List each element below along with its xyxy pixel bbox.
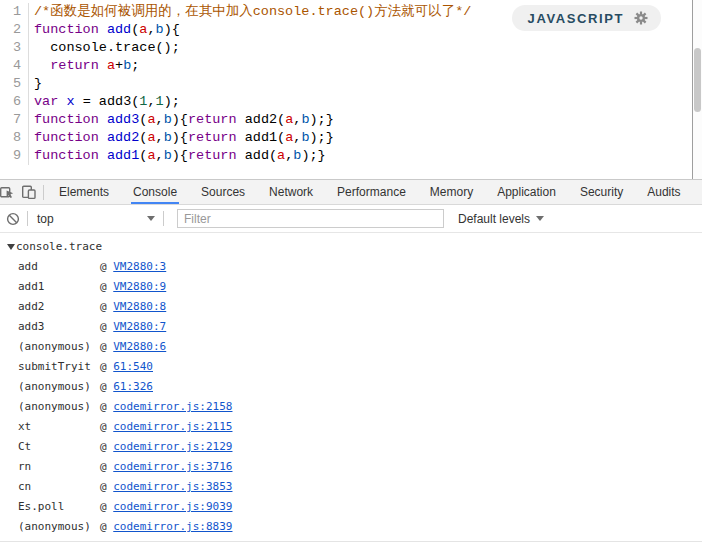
function-name: submitTryit [18, 357, 100, 377]
code-token: add( [237, 148, 278, 163]
source-link[interactable]: codemirror.js:9039 [113, 497, 232, 517]
source-link[interactable]: codemirror.js:8839 [113, 517, 232, 537]
gear-icon[interactable] [633, 10, 649, 26]
code-token: a [277, 148, 285, 163]
console-toolbar: top Default levels [0, 205, 702, 233]
filter-input[interactable] [177, 209, 444, 228]
editor-scrollbar[interactable] [692, 0, 702, 179]
tab-console[interactable]: Console [125, 180, 185, 204]
tab-audits[interactable]: Audits [639, 180, 688, 204]
tab-security[interactable]: Security [572, 180, 631, 204]
code-editor[interactable]: 123456789 /*函数是如何被调用的，在其中加入console.trace… [0, 0, 702, 179]
stack-frames: add@ VM2880:3add1@ VM2880:9add2@ VM2880:… [0, 257, 702, 537]
line-number: 7 [0, 111, 21, 129]
tab-sources[interactable]: Sources [193, 180, 253, 204]
language-badge: JAVASCRIPT [512, 5, 661, 31]
code-line: } [34, 75, 471, 93]
function-name: (anonymous) [18, 397, 100, 417]
code-token: b [164, 112, 172, 127]
code-token: );} [301, 148, 325, 163]
source-link[interactable]: VM2880:8 [113, 297, 166, 317]
function-name: add2 [18, 297, 100, 317]
tab-performance[interactable]: Performance [329, 180, 414, 204]
tab-elements[interactable]: Elements [51, 180, 117, 204]
code-token: ){ [172, 112, 188, 127]
inspect-element-icon [0, 184, 15, 200]
line-number: 8 [0, 129, 21, 147]
scrollbar-thumb[interactable] [694, 48, 701, 112]
console-divider [0, 541, 702, 542]
clear-console-icon [6, 212, 20, 226]
trace-message: console.trace [0, 237, 702, 257]
code-token: a [107, 58, 115, 73]
code-line: var x = add3(1,1); [34, 93, 471, 111]
source-link[interactable]: VM2880:6 [113, 337, 166, 357]
code-token: function [34, 148, 99, 163]
code-token: return [188, 130, 237, 145]
code-token: a [147, 148, 155, 163]
code-token: var [34, 94, 58, 109]
at-symbol: @ [100, 437, 113, 457]
code-token: );} [310, 130, 334, 145]
tab-network[interactable]: Network [261, 180, 321, 204]
log-levels-dropdown[interactable]: Default levels [458, 212, 544, 226]
stack-frame-row: (anonymous)@ codemirror.js:8839 [0, 517, 702, 537]
code-token: , [156, 130, 164, 145]
clear-console-button[interactable] [2, 208, 24, 230]
source-link[interactable]: codemirror.js:3853 [113, 477, 232, 497]
source-link[interactable]: codemirror.js:2129 [113, 437, 232, 457]
code-token: function [34, 112, 99, 127]
stack-frame-row: rn@ codemirror.js:3716 [0, 457, 702, 477]
code-token: add1( [237, 130, 286, 145]
line-number: 2 [0, 21, 21, 39]
code-token: = add3( [75, 94, 140, 109]
source-link[interactable]: 61:326 [113, 377, 153, 397]
code-token: console.trace(); [34, 40, 180, 55]
stack-frame-row: add3@ VM2880:7 [0, 317, 702, 337]
code-lines[interactable]: /*函数是如何被调用的，在其中加入console.trace()方法就可以了*/… [29, 3, 471, 165]
device-toolbar-button[interactable] [18, 181, 40, 203]
source-link[interactable]: VM2880:9 [113, 277, 166, 297]
at-symbol: @ [100, 417, 113, 437]
source-link[interactable]: codemirror.js:2115 [113, 417, 232, 437]
code-token: ); [164, 94, 180, 109]
function-name: (anonymous) [18, 377, 100, 397]
disclosure-triangle-icon[interactable] [7, 244, 15, 250]
code-token: 1 [156, 94, 164, 109]
stack-frame-row: xt@ codemirror.js:2115 [0, 417, 702, 437]
source-link[interactable]: 61:540 [113, 357, 153, 377]
stack-frame-row: Es.poll@ codemirror.js:9039 [0, 497, 702, 517]
stack-frame-row: add2@ VM2880:8 [0, 297, 702, 317]
at-symbol: @ [100, 297, 113, 317]
code-token: b [156, 22, 164, 37]
context-selector[interactable]: top [37, 212, 155, 226]
at-symbol: @ [100, 257, 113, 277]
code-token: , [156, 148, 164, 163]
devtools-tabbar: ElementsConsoleSourcesNetworkPerformance… [0, 180, 702, 205]
chevron-down-icon [147, 216, 155, 221]
tab-memory[interactable]: Memory [422, 180, 481, 204]
code-token: } [34, 76, 42, 91]
code-token: add2 [107, 130, 139, 145]
source-link[interactable]: VM2880:3 [113, 257, 166, 277]
at-symbol: @ [100, 397, 113, 417]
source-link[interactable]: codemirror.js:2158 [113, 397, 232, 417]
log-levels-label: Default levels [458, 212, 530, 226]
source-link[interactable]: VM2880:7 [113, 317, 166, 337]
tab-application[interactable]: Application [489, 180, 564, 204]
code-line: function add1(a,b){return add(a,b);} [34, 147, 471, 165]
at-symbol: @ [100, 517, 113, 537]
code-token [34, 58, 50, 73]
code-token: a [147, 112, 155, 127]
toolbar-separator [43, 185, 44, 200]
code-line: /*函数是如何被调用的，在其中加入console.trace()方法就可以了*/ [34, 3, 471, 21]
code-token [99, 112, 107, 127]
inspect-element-button[interactable] [0, 181, 18, 203]
source-link[interactable]: codemirror.js:3716 [113, 457, 232, 477]
toolbar-separator [27, 211, 28, 226]
code-token: function [34, 130, 99, 145]
code-token: return [50, 58, 99, 73]
function-name: add3 [18, 317, 100, 337]
code-token: ; [131, 58, 139, 73]
function-name: cn [18, 477, 100, 497]
